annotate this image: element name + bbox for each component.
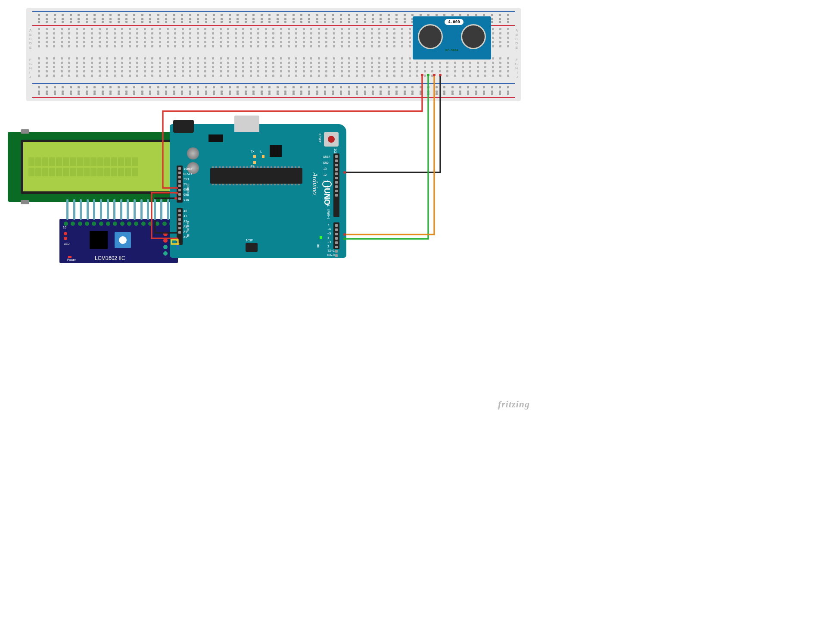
pin-label-rx0: RX←0 — [327, 253, 335, 257]
pin-label-4: 4 — [327, 236, 329, 240]
reset-label: RESET — [318, 134, 321, 143]
hcsr04-model-label: HC-SR04 — [445, 49, 458, 52]
hcsr04-transducer-left — [418, 24, 443, 49]
pin-label-5v: 5V — [184, 183, 187, 186]
pin-label-reset: RESET — [184, 172, 193, 176]
power-led — [68, 256, 72, 258]
l-led — [262, 155, 264, 158]
pin-label-a1: A1 — [184, 215, 187, 218]
pin-label-8: ~8 — [323, 197, 327, 201]
pin-label-gnd: GND — [184, 193, 189, 197]
pin-label-5: ~5 — [327, 232, 331, 235]
arduino-uno: RESET ICSP2 TX RX L Arduino UNO POWER AN… — [170, 124, 346, 258]
i2c-expander-chip — [90, 231, 108, 249]
arduino-brand: Arduino — [311, 172, 319, 195]
contrast-pot[interactable] — [115, 232, 131, 248]
pin-label-a0: A0 — [184, 209, 187, 213]
pin-label-2: 2 — [327, 245, 329, 248]
analog-header — [177, 208, 183, 245]
l-label: L — [260, 150, 262, 153]
pin-label-a4: A4 — [184, 230, 187, 234]
pin-label-gnd: GND — [323, 161, 329, 165]
atmega-chip — [210, 168, 302, 184]
power-label: Power — [67, 258, 76, 261]
icsp-header — [246, 243, 258, 252]
icsp-label: ICSP — [246, 239, 253, 242]
pin-label-a3: A3 — [184, 225, 187, 228]
pin-label-9: ~9 — [323, 191, 327, 195]
pin-label-ioref: IOREF — [184, 167, 193, 171]
lcm1602-iic: LED Power 16 1 LCM1602 IIC GNDVCCSDASCL — [59, 219, 178, 263]
tx-label: TX — [251, 150, 254, 153]
pin-label-gnd: GND — [184, 188, 189, 191]
digital-header-bottom — [333, 222, 339, 249]
fritzing-watermark: fritzing — [498, 399, 530, 410]
on-led — [320, 236, 322, 239]
pin-16: 16 — [63, 226, 66, 229]
pin-label-tx1: TX→1 — [327, 249, 335, 253]
i2c-title: LCM1602 IIC — [95, 255, 125, 261]
pin-label-6: ~6 — [327, 228, 331, 231]
pin-label-7: 7 — [327, 223, 329, 227]
rx-led — [253, 161, 256, 164]
pin-label-a2: A2 — [184, 220, 187, 223]
pin-label-12: 12 — [323, 173, 327, 177]
pin-label-3: ~3 — [327, 241, 331, 244]
pin-label-aref: AREF — [323, 155, 330, 159]
tx-led — [253, 155, 256, 158]
pin-label-13: 13 — [323, 167, 327, 171]
led-label: LED — [64, 242, 70, 245]
pin-label-10: ~10 — [323, 185, 329, 189]
hcsr04-sensor: 4.000 HC-SR04 — [413, 16, 491, 59]
led-jumper — [64, 232, 69, 241]
hcsr04-readout: 4.000 — [445, 19, 464, 25]
on-label: ON — [316, 244, 320, 247]
pin-label-a5: A5 — [184, 235, 187, 239]
reset-button[interactable] — [324, 132, 339, 147]
power-header — [177, 166, 183, 203]
hcsr04-transducer-right — [461, 24, 486, 49]
digital-header-top — [333, 153, 339, 217]
usb-port — [234, 116, 259, 132]
pin-label-3v3: 3V3 — [184, 178, 189, 181]
digital-group-label: DIGITAL (PWM~) — [327, 194, 330, 219]
pin-label-11: ~11 — [323, 179, 329, 183]
rx-label: RX — [251, 165, 254, 168]
barrel-jack — [173, 120, 194, 133]
pin-label-vin: VIN — [184, 198, 189, 202]
